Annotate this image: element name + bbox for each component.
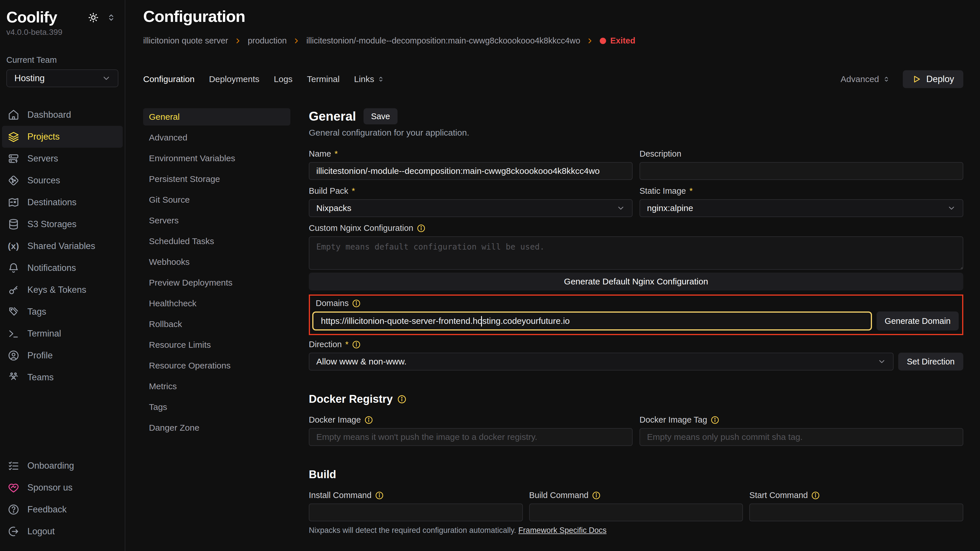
config-menu-tags[interactable]: Tags (143, 399, 290, 416)
config-menu-git-source[interactable]: Git Source (143, 191, 290, 208)
sidebar-item-dashboard[interactable]: Dashboard (2, 104, 123, 126)
tab-links[interactable]: Links (354, 74, 385, 84)
sidebar-item-destinations[interactable]: Destinations (2, 191, 123, 213)
config-menu-persistent-storage[interactable]: Persistent Storage (143, 170, 290, 188)
deploy-button[interactable]: Deploy (903, 70, 964, 88)
home-icon (8, 109, 19, 121)
framework-docs-link[interactable]: Framework Specific Docs (518, 526, 606, 535)
tab-logs[interactable]: Logs (274, 74, 293, 84)
breadcrumb-environment[interactable]: production (248, 36, 286, 46)
sidebar-item-onboarding[interactable]: Onboarding (2, 455, 123, 477)
tab-configuration[interactable]: Configuration (143, 74, 194, 84)
sidebar-item-sources[interactable]: Sources (2, 170, 123, 191)
config-menu-general[interactable]: General (143, 108, 290, 125)
section-title-build: Build (309, 468, 963, 481)
domains-label: Domains (316, 299, 959, 308)
chevron-right-icon (586, 37, 594, 45)
sidebar-item-feedback[interactable]: Feedback (2, 499, 123, 521)
chevrons-up-down-icon (377, 75, 385, 83)
name-label: Name* (309, 149, 633, 159)
start-command-label: Start Command (749, 491, 963, 500)
generate-nginx-config-button[interactable]: Generate Default Nginx Configuration (309, 273, 963, 291)
logout-icon (8, 526, 19, 537)
docker-image-tag-input[interactable] (640, 428, 963, 446)
advanced-dropdown[interactable]: Advanced (841, 74, 890, 84)
docker-image-input[interactable] (309, 428, 633, 446)
config-menu-environment-variables[interactable]: Environment Variables (143, 150, 290, 167)
domains-highlight-box: Domains Generate Domain (309, 294, 963, 335)
config-menu-danger-zone[interactable]: Danger Zone (143, 419, 290, 437)
nginx-config-label: Custom Nginx Configuration (309, 223, 963, 233)
config-menu-resource-operations[interactable]: Resource Operations (143, 357, 290, 374)
teams-icon (8, 372, 19, 383)
sidebar-footer-nav: Onboarding Sponsor us Feedback Logout (0, 455, 125, 542)
git-source-icon (8, 175, 19, 186)
sidebar-item-terminal[interactable]: Terminal (2, 323, 123, 345)
current-team-label: Current Team (0, 37, 125, 65)
install-command-label: Install Command (309, 491, 523, 500)
database-icon (8, 219, 19, 230)
sidebar-item-shared-variables[interactable]: (x) Shared Variables (2, 235, 123, 257)
config-menu-preview-deployments[interactable]: Preview Deployments (143, 274, 290, 291)
info-icon (375, 491, 384, 500)
base-directory-label: Base Directory (309, 550, 633, 551)
sidebar-item-s3-storages[interactable]: S3 Storages (2, 213, 123, 235)
info-icon (364, 416, 373, 424)
sidebar-item-teams[interactable]: Teams (2, 367, 123, 388)
servers-icon (8, 153, 19, 164)
info-icon (352, 299, 361, 308)
breadcrumb-application[interactable]: illicitestonion/-module--decomposition:m… (306, 36, 580, 46)
direction-select[interactable]: Allow www & non-www. (309, 353, 894, 370)
info-icon (352, 340, 361, 349)
config-menu-servers[interactable]: Servers (143, 212, 290, 229)
sidebar-item-logout[interactable]: Logout (2, 521, 123, 542)
tab-deployments[interactable]: Deployments (209, 74, 259, 84)
build-command-input[interactable] (529, 503, 743, 521)
sidebar-item-sponsor-us[interactable]: Sponsor us (2, 477, 123, 499)
team-select[interactable]: Hosting (6, 69, 118, 87)
install-command-input[interactable] (309, 503, 523, 521)
name-input[interactable] (309, 162, 633, 180)
static-image-label: Static Image* (640, 186, 963, 196)
description-label: Description (640, 149, 963, 159)
page-title: Configuration (143, 7, 963, 25)
chevrons-up-down-icon (883, 75, 890, 83)
set-direction-button[interactable]: Set Direction (898, 353, 963, 370)
status-dot-icon (600, 38, 606, 44)
sidebar-collapse-chevrons-icon[interactable] (106, 13, 116, 22)
domains-input[interactable] (312, 311, 872, 330)
general-form: General Save General configuration for y… (309, 108, 963, 551)
build-command-label: Build Command (529, 491, 743, 500)
nixpacks-note: Nixpacks will detect the required config… (309, 526, 963, 535)
config-menu-advanced[interactable]: Advanced (143, 129, 290, 146)
sidebar-item-profile[interactable]: Profile (2, 345, 123, 367)
sidebar-item-notifications[interactable]: Notifications (2, 257, 123, 279)
config-menu-metrics[interactable]: Metrics (143, 378, 290, 395)
static-image-select[interactable]: nginx:alpine (640, 199, 963, 217)
theme-toggle-sun-icon[interactable] (88, 12, 99, 23)
nginx-config-textarea[interactable] (309, 237, 963, 270)
app-root: Coolify v4.0.0-beta.399 Current Team Hos… (0, 0, 980, 551)
tab-terminal[interactable]: Terminal (307, 74, 340, 84)
build-pack-select[interactable]: Nixpacks (309, 199, 633, 217)
sidebar: Coolify v4.0.0-beta.399 Current Team Hos… (0, 0, 125, 551)
sidebar-item-keys-tokens[interactable]: Keys & Tokens (2, 279, 123, 301)
save-button[interactable]: Save (364, 108, 398, 124)
tags-icon (8, 306, 19, 318)
config-menu-webhooks[interactable]: Webhooks (143, 253, 290, 271)
tab-bar: Configuration Deployments Logs Terminal … (143, 70, 963, 88)
config-menu-rollback[interactable]: Rollback (143, 316, 290, 333)
generate-domain-button[interactable]: Generate Domain (877, 311, 959, 330)
profile-icon (8, 350, 19, 361)
sidebar-item-servers[interactable]: Servers (2, 148, 123, 170)
docker-image-tag-label: Docker Image Tag (640, 415, 963, 425)
config-menu-resource-limits[interactable]: Resource Limits (143, 336, 290, 354)
breadcrumb-project[interactable]: illicitonion quote server (143, 36, 228, 46)
team-select-value: Hosting (14, 73, 45, 84)
start-command-input[interactable] (749, 503, 963, 521)
config-menu-healthcheck[interactable]: Healthcheck (143, 295, 290, 312)
sidebar-item-projects[interactable]: Projects (2, 126, 123, 148)
description-input[interactable] (640, 162, 963, 180)
config-menu-scheduled-tasks[interactable]: Scheduled Tasks (143, 233, 290, 250)
sidebar-item-tags[interactable]: Tags (2, 301, 123, 323)
